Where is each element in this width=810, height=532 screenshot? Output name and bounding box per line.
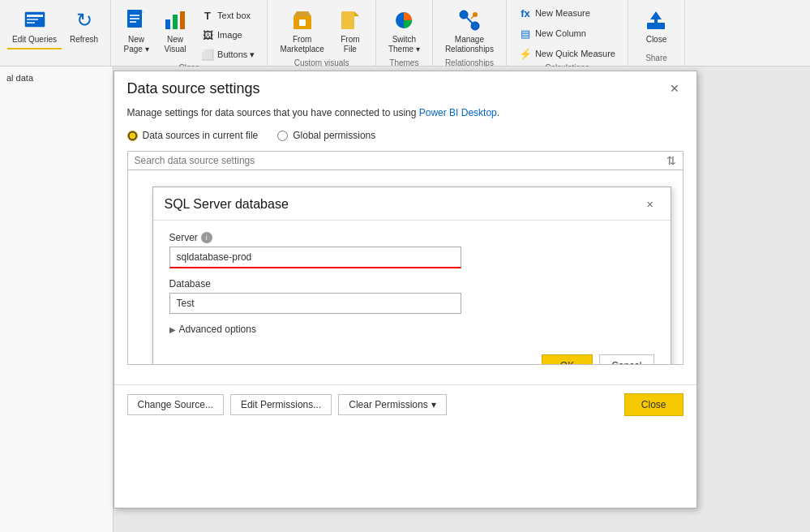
server-label: Server i [169, 232, 654, 243]
share-buttons: Close [637, 3, 675, 54]
database-form-group: Database [169, 278, 654, 314]
sort-icon: ⇅ [666, 154, 676, 167]
new-page-label: NewPage ▾ [123, 35, 148, 54]
radio-global[interactable]: Global permissions [277, 130, 375, 141]
sql-dialog-body: Server i Database ▶ Adv [153, 221, 671, 346]
ribbon-group-themes: SwitchTheme ▾ Themes [376, 0, 433, 66]
svg-rect-9 [165, 19, 170, 29]
edit-queries-button[interactable]: Edit Queries [6, 3, 62, 49]
themes-buttons: SwitchTheme ▾ [383, 3, 426, 58]
advanced-options[interactable]: ▶ Advanced options [169, 324, 654, 335]
from-marketplace-icon [289, 7, 315, 33]
ribbon-group-insert: NewPage ▾ NewVisual T Text box 🖼 Image [111, 0, 268, 66]
dialog-footer: Change Source... Edit Permissions... Cle… [114, 384, 696, 424]
refresh-button[interactable]: ↻ Refresh [64, 3, 104, 49]
switch-theme-button[interactable]: SwitchTheme ▾ [383, 3, 426, 58]
footer-left-buttons: Change Source... Edit Permissions... Cle… [127, 394, 447, 415]
ribbon-group-relationships: ManageRelationships Relationships [433, 0, 507, 66]
radio-current-file-input[interactable] [127, 131, 138, 141]
radio-global-label: Global permissions [293, 130, 375, 141]
manage-relationships-button[interactable]: ManageRelationships [439, 3, 499, 58]
svg-marker-24 [650, 11, 662, 23]
share-label: Share [645, 54, 667, 64]
dialog-overlay: Data source settings ✕ Manage settings f… [0, 66, 810, 532]
dialog-title: Data source settings [127, 80, 260, 97]
edit-buttons-row: Edit Queries ↻ Refresh [6, 3, 104, 64]
sql-dialog-footer: OK Cancel [153, 346, 671, 365]
radio-group: Data sources in current file Global perm… [127, 130, 684, 141]
search-input[interactable] [135, 155, 666, 166]
new-quick-measure-button[interactable]: ⚡ New Quick Measure [513, 44, 621, 63]
from-file-icon [337, 7, 363, 33]
ribbon-group-calculations: fx New Measure ▤ New Column ⚡ New Quick … [507, 0, 628, 66]
server-form-group: Server i [169, 232, 654, 268]
new-visual-label: NewVisual [165, 35, 186, 54]
from-file-button[interactable]: FromFile [332, 3, 369, 58]
svg-rect-6 [130, 15, 139, 16]
new-measure-label: New Measure [535, 8, 590, 18]
svg-rect-3 [27, 22, 35, 24]
sql-dialog-close-button[interactable]: × [641, 195, 659, 213]
publish-button[interactable]: Close [637, 3, 675, 49]
svg-rect-10 [173, 15, 178, 29]
ok-button[interactable]: OK [542, 354, 593, 365]
publish-label: Close [646, 35, 667, 45]
data-source-dialog: Data source settings ✕ Manage settings f… [114, 71, 697, 508]
cancel-button[interactable]: Cancel [599, 354, 654, 365]
text-box-label: Text box [217, 11, 251, 20]
main-area: al data Data source settings ✕ Manage se… [0, 66, 810, 532]
manage-relationships-label: ManageRelationships [445, 35, 494, 54]
datasource-list: SQL Server database × Server i [127, 170, 684, 365]
new-quick-measure-label: New Quick Measure [535, 49, 615, 58]
new-page-icon [123, 7, 149, 33]
svg-marker-13 [294, 11, 311, 16]
insert-buttons-row: NewPage ▾ NewVisual T Text box 🖼 Image [118, 3, 260, 63]
text-box-icon: T [201, 9, 214, 22]
buttons-button[interactable]: ⬜ Buttons ▾ [195, 45, 260, 63]
server-input[interactable] [169, 247, 461, 268]
ribbon-group-share: Close Share [628, 0, 685, 66]
new-page-button[interactable]: NewPage ▾ [118, 3, 155, 58]
svg-rect-23 [647, 23, 665, 29]
dialog-description: Manage settings for data sources that yo… [127, 107, 684, 118]
buttons-icon: ⬜ [201, 48, 214, 61]
dialog-close-button[interactable]: ✕ [666, 79, 684, 97]
svg-marker-5 [142, 10, 145, 13]
close-main-button[interactable]: Close [624, 393, 684, 416]
radio-current-file[interactable]: Data sources in current file [127, 130, 259, 141]
radio-current-file-label: Data sources in current file [143, 130, 259, 141]
refresh-label: Refresh [70, 35, 98, 45]
new-visual-button[interactable]: NewVisual [156, 3, 194, 58]
from-marketplace-button[interactable]: FromMarketplace [274, 3, 329, 58]
svg-rect-2 [27, 19, 38, 20]
sql-dialog-title-bar: SQL Server database × [153, 187, 671, 221]
edit-permissions-button[interactable]: Edit Permissions... [230, 394, 332, 415]
svg-marker-16 [354, 11, 359, 16]
sql-dialog-title: SQL Server database [165, 197, 289, 212]
svg-rect-14 [299, 19, 306, 26]
dialog-body: Manage settings for data sources that yo… [114, 102, 696, 378]
image-button[interactable]: 🖼 Image [195, 26, 260, 44]
clear-permissions-label: Clear Permissions [349, 399, 427, 410]
radio-global-input[interactable] [277, 131, 288, 141]
advanced-options-label: Advanced options [179, 324, 256, 335]
change-source-button[interactable]: Change Source... [127, 394, 224, 415]
new-column-label: New Column [535, 28, 586, 38]
ribbon-group-edit: Edit Queries ↻ Refresh [0, 0, 111, 66]
database-label: Database [169, 278, 654, 290]
svg-rect-7 [130, 18, 139, 19]
svg-rect-8 [130, 21, 136, 23]
new-column-button[interactable]: ▤ New Column [513, 24, 621, 43]
new-measure-button[interactable]: fx New Measure [513, 3, 621, 23]
switch-theme-icon [391, 7, 417, 33]
database-input[interactable] [169, 293, 461, 314]
svg-line-22 [471, 16, 474, 19]
new-visual-icon [162, 7, 188, 33]
custom-visuals-buttons: FromMarketplace FromFile [274, 3, 368, 58]
image-label: Image [217, 30, 242, 40]
new-column-icon: ▤ [519, 27, 532, 40]
clear-permissions-button[interactable]: Clear Permissions ▾ [338, 394, 446, 415]
svg-rect-11 [180, 11, 185, 29]
text-box-button[interactable]: T Text box [195, 6, 260, 24]
server-info-icon: i [201, 232, 212, 243]
